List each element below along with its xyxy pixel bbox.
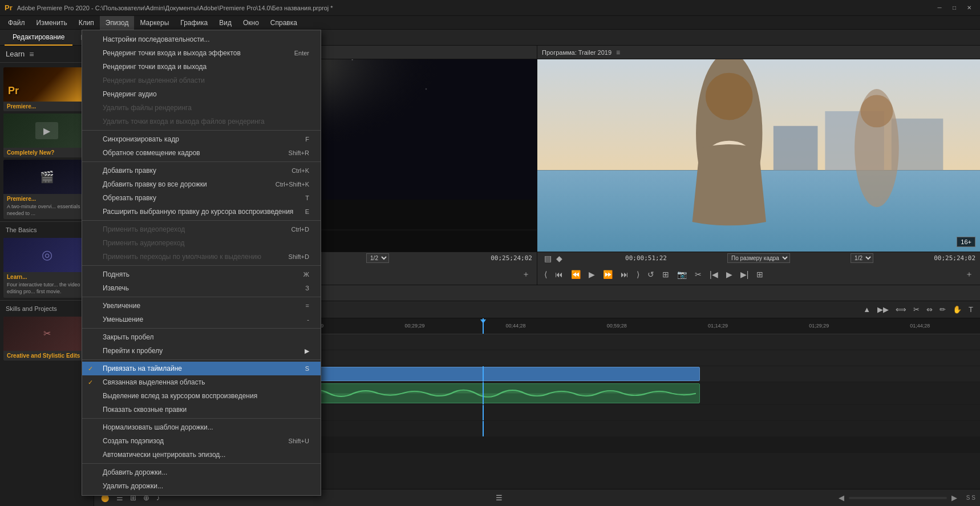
dd-sep-6 (82, 328, 321, 329)
dd-sep-3 (82, 220, 321, 221)
dd-selection-follows[interactable]: Выделение вслед за курсором воспроизведе… (82, 389, 321, 403)
dd-snap-check: ✓ (88, 365, 93, 373)
dd-add-edit-label: Добавить правку (103, 167, 156, 175)
dd-close-gap[interactable]: Закрыть пробел (82, 330, 321, 344)
dd-apply-video-label: Применить видеопереход (103, 225, 185, 233)
dd-reverse-match-shortcut: Shift+R (289, 149, 309, 156)
dd-auto-center-label: Автоматически центрировать эпизод... (103, 451, 225, 459)
dd-show-through[interactable]: Показать сквозные правки (82, 403, 321, 416)
dd-delete-track-label: Удалить дорожки... (103, 482, 163, 490)
dd-create-subepisode-shortcut: Shift+U (289, 438, 309, 444)
dd-sep-8 (82, 418, 321, 419)
dd-zoom-in-label: Увеличение (103, 302, 140, 310)
dd-delete-inout-renders: Удалить точки входа и выхода файлов ренд… (82, 115, 321, 128)
dd-sep-1 (82, 130, 321, 131)
dd-extract-shortcut: З (305, 285, 309, 292)
dd-sync-frame-shortcut: F (305, 136, 309, 143)
dd-trim-edit-label: Обрезать правку (103, 194, 156, 202)
dd-sep-9 (82, 463, 321, 464)
dd-extend-edit[interactable]: Расширить выбранную правку до курсора во… (82, 205, 321, 218)
dd-trim-edit-shortcut: T (305, 195, 309, 201)
dd-extract[interactable]: Извлечь З (82, 281, 321, 295)
dd-render-inout[interactable]: Рендеринг точки входа и выхода (82, 60, 321, 74)
dd-add-edit-all-label: Добавить правку во все дорожки (103, 180, 207, 188)
dd-zoom-in[interactable]: Увеличение = (82, 299, 321, 313)
dd-delete-renders-label: Удалить файлы рендеринга (103, 104, 192, 112)
dd-delete-track[interactable]: Удалить дорожки... (82, 479, 321, 493)
dd-render-audio[interactable]: Рендеринг аудио (82, 87, 321, 101)
dd-sep-5 (82, 297, 321, 297)
dd-render-selection: Рендеринг выделенной области (82, 74, 321, 87)
dd-linked-selection-label: Связанная выделенная область (103, 378, 205, 386)
dd-delete-inout-renders-label: Удалить точки входа и выхода файлов ренд… (103, 118, 265, 126)
dd-close-gap-label: Закрыть пробел (103, 333, 153, 341)
dd-show-through-label: Показать сквозные правки (103, 406, 187, 414)
dd-extend-edit-shortcut: E (305, 208, 309, 215)
dd-render-selection-label: Рендеринг выделенной области (103, 76, 205, 84)
dd-linked-selection[interactable]: ✓ Связанная выделенная область (82, 375, 321, 389)
dd-sep-2 (82, 161, 321, 162)
dd-sync-frame[interactable]: Синхронизировать кадр F (82, 132, 321, 146)
dd-reverse-match-label: Обратное совмещение кадров (103, 149, 200, 157)
dd-apply-video-shortcut: Ctrl+D (291, 226, 309, 233)
dd-zoom-out-label: Уменьшение (103, 315, 143, 323)
dd-apply-default: Применить переходы по умолчанию к выделе… (82, 250, 321, 264)
dd-apply-default-label: Применить переходы по умолчанию к выделе… (103, 253, 261, 261)
dd-snap[interactable]: ✓ Привязать на таймлайне S (82, 362, 321, 375)
dd-delete-renders: Удалить файлы рендеринга (82, 101, 321, 115)
dd-normalize-template-label: Нормализовать шаблон дорожки... (103, 423, 213, 431)
dd-go-to-gap[interactable]: Перейти к пробелу ▶ (82, 344, 321, 358)
dd-add-track[interactable]: Добавить дорожки... (82, 465, 321, 479)
dd-add-edit-all-shortcut: Ctrl+Shift+K (276, 181, 309, 188)
dd-add-edit-all[interactable]: Добавить правку во все дорожки Ctrl+Shif… (82, 177, 321, 191)
dd-add-edit[interactable]: Добавить правку Ctrl+K (82, 164, 321, 177)
dd-go-to-gap-arrow: ▶ (305, 347, 309, 355)
dd-apply-default-shortcut: Shift+D (289, 253, 309, 260)
dd-sync-frame-label: Синхронизировать кадр (103, 135, 179, 143)
dd-snap-shortcut: S (305, 365, 309, 372)
dd-render-effects[interactable]: Рендеринг точки входа и выхода эффектов … (82, 46, 321, 60)
dd-settings-label: Настройки последовательности... (103, 35, 209, 43)
dd-lift-label: Поднять (103, 270, 129, 278)
dd-render-effects-shortcut: Enter (294, 50, 309, 56)
dd-lift[interactable]: Поднять Ж (82, 268, 321, 281)
dd-go-to-gap-label: Перейти к пробелу (103, 347, 163, 355)
dd-settings[interactable]: Настройки последовательности... (82, 33, 321, 46)
dd-extend-edit-label: Расширить выбранную правку до курсора во… (103, 208, 293, 216)
dd-zoom-out-shortcut: - (307, 316, 309, 323)
dd-create-subepisode-label: Создать подэпизод (103, 437, 164, 445)
dd-lift-shortcut: Ж (303, 271, 309, 278)
dd-trim-edit[interactable]: Обрезать правку T (82, 191, 321, 205)
dd-apply-audio: Применить аудиопереход (82, 236, 321, 250)
dd-render-effects-label: Рендеринг точки входа и выхода эффектов (103, 49, 241, 57)
dd-linked-check: ✓ (88, 379, 93, 386)
dd-apply-audio-label: Применить аудиопереход (103, 239, 184, 247)
dd-add-edit-shortcut: Ctrl+K (291, 167, 309, 174)
dd-render-inout-label: Рендеринг точки входа и выхода (103, 63, 206, 71)
dd-selection-follows-label: Выделение вслед за курсором воспроизведе… (103, 392, 257, 400)
dd-zoom-in-shortcut: = (306, 302, 309, 309)
episode-dropdown-menu: Настройки последовательности... Рендерин… (82, 30, 321, 496)
dd-extract-label: Извлечь (103, 284, 129, 292)
dropdown-overlay[interactable]: Настройки последовательности... Рендерин… (0, 0, 980, 506)
dd-render-audio-label: Рендеринг аудио (103, 90, 157, 98)
dd-create-subepisode[interactable]: Создать подэпизод Shift+U (82, 434, 321, 448)
dd-normalize-template[interactable]: Нормализовать шаблон дорожки... (82, 420, 321, 434)
dd-sep-4 (82, 265, 321, 266)
dd-reverse-match[interactable]: Обратное совмещение кадров Shift+R (82, 146, 321, 160)
dd-sep-7 (82, 359, 321, 360)
dd-add-track-label: Добавить дорожки... (103, 468, 167, 476)
dd-zoom-out[interactable]: Уменьшение - (82, 313, 321, 326)
dd-auto-center[interactable]: Автоматически центрировать эпизод... (82, 448, 321, 462)
dd-apply-video: Применить видеопереход Ctrl+D (82, 222, 321, 236)
dd-snap-label: Привязать на таймлайне (103, 365, 182, 373)
